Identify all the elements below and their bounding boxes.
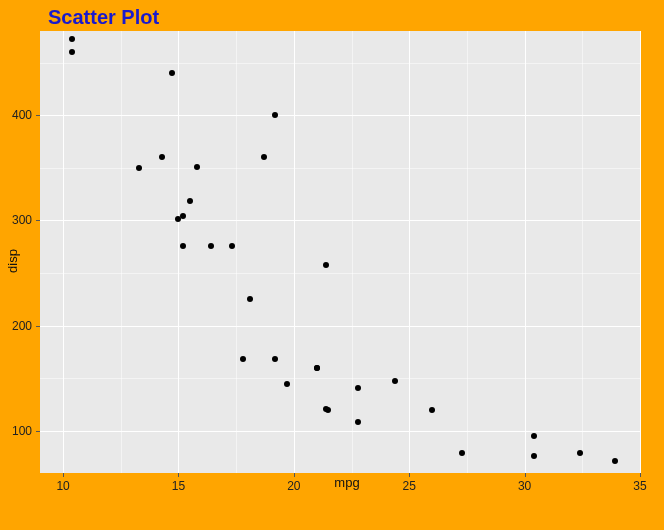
data-point xyxy=(229,243,235,249)
data-point xyxy=(247,296,253,302)
tick-mark xyxy=(36,220,40,221)
data-point xyxy=(261,154,267,160)
data-point xyxy=(208,243,214,249)
gridline-v xyxy=(178,31,179,473)
data-point xyxy=(323,406,329,412)
chart-title: Scatter Plot xyxy=(48,6,654,29)
data-point xyxy=(459,450,465,456)
tick-mark xyxy=(525,473,526,477)
data-point xyxy=(69,49,75,55)
data-point xyxy=(577,450,583,456)
data-point xyxy=(240,356,246,362)
x-tick-label: 20 xyxy=(287,479,300,493)
x-tick-label: 35 xyxy=(633,479,646,493)
gridline-v xyxy=(409,31,410,473)
data-point xyxy=(187,198,193,204)
data-point xyxy=(314,365,320,371)
tick-mark xyxy=(294,473,295,477)
tick-mark xyxy=(640,473,641,477)
gridline-v xyxy=(525,31,526,473)
tick-mark xyxy=(36,115,40,116)
tick-mark xyxy=(178,473,179,477)
tick-mark xyxy=(36,431,40,432)
x-tick-label: 10 xyxy=(56,479,69,493)
gridline-h-minor xyxy=(40,378,640,379)
data-point xyxy=(323,262,329,268)
data-point xyxy=(180,243,186,249)
gridline-v-minor xyxy=(582,31,583,473)
data-point xyxy=(194,164,200,170)
gridline-h xyxy=(40,115,640,116)
tick-mark xyxy=(63,473,64,477)
data-point xyxy=(272,112,278,118)
gridline-h xyxy=(40,220,640,221)
data-point xyxy=(136,165,142,171)
y-tick-label: 400 xyxy=(12,108,32,122)
data-point xyxy=(531,453,537,459)
gridline-h xyxy=(40,431,640,432)
gridline-v-minor xyxy=(467,31,468,473)
y-tick-label: 100 xyxy=(12,424,32,438)
gridline-v-minor xyxy=(352,31,353,473)
data-point xyxy=(159,154,165,160)
gridline-h xyxy=(40,326,640,327)
data-point xyxy=(612,458,618,464)
data-point xyxy=(284,381,290,387)
data-point xyxy=(272,356,278,362)
y-axis-label: disp xyxy=(5,249,20,273)
data-point xyxy=(531,433,537,439)
y-tick-label: 300 xyxy=(12,213,32,227)
x-tick-label: 25 xyxy=(403,479,416,493)
plot-area: 101520253035100200300400 xyxy=(40,31,640,473)
data-point xyxy=(355,419,361,425)
gridline-v xyxy=(63,31,64,473)
y-tick-label: 200 xyxy=(12,319,32,333)
x-tick-label: 30 xyxy=(518,479,531,493)
x-tick-label: 15 xyxy=(172,479,185,493)
gridline-v xyxy=(294,31,295,473)
chart-container: Scatter Plot disp 1015202530351002003004… xyxy=(0,0,664,530)
gridline-h-minor xyxy=(40,63,640,64)
gridline-v-minor xyxy=(236,31,237,473)
gridline-h-minor xyxy=(40,168,640,169)
gridline-v-minor xyxy=(121,31,122,473)
tick-mark xyxy=(36,326,40,327)
data-point xyxy=(175,216,181,222)
chart-wrap: disp 101520253035100200300400 mpg xyxy=(40,31,654,490)
data-point xyxy=(169,70,175,76)
data-point xyxy=(429,407,435,413)
gridline-h-minor xyxy=(40,273,640,274)
tick-mark xyxy=(409,473,410,477)
gridline-v xyxy=(640,31,641,473)
data-point xyxy=(69,36,75,42)
data-point xyxy=(355,385,361,391)
data-point xyxy=(392,378,398,384)
x-axis-label: mpg xyxy=(40,475,654,490)
